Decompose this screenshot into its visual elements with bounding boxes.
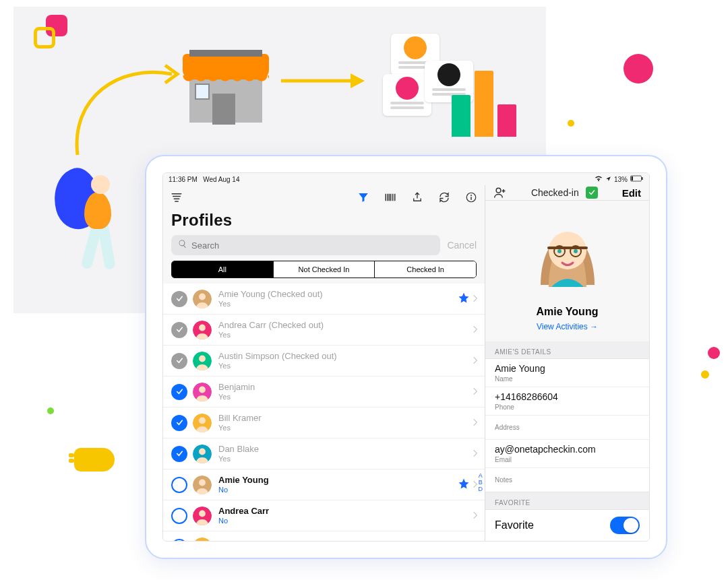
svg-point-13 — [199, 386, 206, 393]
menu-icon[interactable] — [170, 191, 183, 204]
svg-point-19 — [199, 479, 206, 486]
filter-icon[interactable] — [357, 191, 370, 204]
row-status-icon[interactable] — [171, 477, 187, 493]
profiles-list[interactable]: A B D Amie Young (Checked out) Yes Andre… — [163, 284, 485, 541]
chevron-right-icon — [473, 324, 478, 336]
decor-arrow-1 — [64, 57, 185, 158]
favorite-toggle[interactable] — [610, 517, 640, 534]
row-status-icon[interactable] — [171, 291, 187, 307]
index-letters[interactable]: A B D — [479, 472, 483, 492]
details-list: Amie YoungName+14168286604PhoneAddressay… — [485, 358, 649, 492]
profile-row[interactable]: Dan Blake Yes — [163, 438, 485, 469]
detail-item[interactable]: Notes — [485, 468, 649, 492]
profile-row[interactable]: Andrea Carr No — [163, 500, 485, 531]
detail-item[interactable]: +14168286604Phone — [485, 387, 649, 416]
promo-canvas: 11:36 PM Wed Aug 14 13% — [0, 0, 728, 588]
refresh-icon[interactable] — [437, 191, 451, 204]
row-avatar — [193, 321, 212, 339]
row-sub: Yes — [218, 423, 473, 432]
profile-row[interactable]: Andrea Carr (Checked out) Yes — [163, 315, 485, 346]
row-status-icon[interactable] — [171, 415, 187, 431]
row-status-icon[interactable] — [171, 384, 187, 400]
search-input[interactable] — [191, 240, 433, 251]
checked-in-badge-icon[interactable] — [586, 187, 598, 199]
decor-dot-yellow — [568, 120, 574, 127]
svg-point-4 — [471, 195, 472, 196]
tab-checked-in[interactable]: Checked In — [374, 261, 476, 277]
svg-point-15 — [199, 417, 206, 424]
info-icon[interactable] — [464, 191, 478, 204]
edit-button[interactable]: Edit — [622, 187, 641, 199]
profile-row[interactable]: Austin Simpson — [163, 531, 485, 541]
row-name: Andrea Carr (Checked out) — [218, 321, 473, 330]
decor-profiles-cluster — [371, 34, 519, 138]
checked-in-label: Checked-in — [531, 187, 579, 198]
add-person-icon[interactable] — [493, 186, 507, 199]
row-status-icon[interactable] — [171, 539, 187, 542]
search-row: Cancel — [163, 235, 485, 261]
row-status-icon[interactable] — [171, 508, 187, 524]
row-text: Andrea Carr (Checked out) Yes — [218, 321, 473, 339]
search-cancel[interactable]: Cancel — [447, 240, 477, 251]
profile-name: Amie Young — [485, 306, 649, 318]
favorite-star-icon — [458, 478, 473, 492]
segmented-control: All Not Checked In Checked In — [171, 261, 477, 278]
ios-status-bar: 11:36 PM Wed Aug 14 13% — [163, 173, 649, 185]
detail-item[interactable]: Amie YoungName — [485, 359, 649, 387]
ipad-device-frame: 11:36 PM Wed Aug 14 13% — [145, 155, 667, 559]
row-sub: Yes — [218, 454, 473, 463]
row-sub: Yes — [218, 330, 473, 339]
row-status-icon[interactable] — [171, 353, 187, 369]
detail-item[interactable]: ay@onetapcheckin.comEmail — [485, 440, 649, 468]
row-name: Andrea Carr — [218, 507, 473, 516]
row-name: Benjamin — [218, 383, 473, 392]
row-status-icon[interactable] — [171, 322, 187, 338]
page-title: Profiles — [163, 209, 485, 235]
upload-icon[interactable] — [411, 191, 424, 204]
search-icon — [178, 239, 187, 251]
row-sub: No — [218, 485, 458, 494]
detail-label: Name — [495, 375, 640, 383]
svg-rect-5 — [471, 197, 472, 200]
chevron-right-icon — [473, 541, 478, 542]
row-text: Austin Simpson (Checked out) Yes — [218, 352, 473, 370]
row-sub: No — [218, 516, 473, 525]
row-sub: Yes — [218, 299, 458, 308]
profile-row[interactable]: Austin Simpson (Checked out) Yes — [163, 346, 485, 377]
chevron-right-icon — [473, 448, 478, 460]
decor-dot-pink — [708, 347, 720, 359]
status-date: Wed Aug 14 — [203, 176, 239, 183]
svg-point-30 — [574, 249, 578, 253]
barcode-icon[interactable] — [384, 191, 397, 204]
svg-point-21 — [199, 510, 206, 517]
favorite-star-icon — [458, 292, 473, 306]
view-activities-link[interactable]: View Activities → — [537, 322, 598, 331]
svg-point-9 — [199, 324, 206, 331]
row-avatar — [193, 507, 212, 525]
detail-label: Notes — [495, 472, 640, 488]
favorite-label: Favorite — [495, 519, 534, 531]
svg-point-22 — [193, 537, 212, 542]
profiles-toolbar — [163, 185, 485, 209]
tab-not-checked-in[interactable]: Not Checked In — [273, 261, 375, 277]
profile-row[interactable]: Amie Young (Checked out) Yes — [163, 284, 485, 315]
row-name: Dan Blake — [218, 445, 473, 454]
chevron-right-icon — [473, 355, 478, 367]
tab-all[interactable]: All — [172, 261, 273, 277]
detail-label: Phone — [495, 403, 640, 411]
profile-row[interactable]: Amie Young No — [163, 469, 485, 500]
detail-value: Amie Young — [495, 363, 640, 374]
location-icon — [605, 176, 611, 183]
row-status-icon[interactable] — [171, 446, 187, 462]
svg-rect-26 — [547, 247, 588, 249]
search-input-wrap[interactable] — [171, 235, 440, 255]
decor-dot-green — [47, 407, 54, 414]
profile-row[interactable]: Benjamin Yes — [163, 377, 485, 407]
detail-item[interactable]: Address — [485, 416, 649, 440]
app-screen: 11:36 PM Wed Aug 14 13% — [162, 172, 650, 542]
decor-person-walking — [54, 168, 128, 290]
profile-row[interactable]: Bill Kramer Yes — [163, 407, 485, 438]
row-sub: Yes — [218, 392, 473, 401]
chevron-right-icon — [473, 510, 478, 522]
detail-label: Address — [495, 420, 640, 435]
